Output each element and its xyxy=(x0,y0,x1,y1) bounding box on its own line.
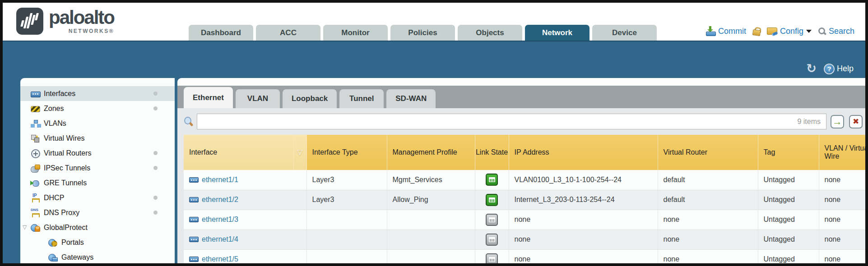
col-header-interface-type[interactable]: Interface Type xyxy=(306,135,387,170)
config-label: Config xyxy=(780,27,803,36)
table-row: ethernet1/5 none none Untagged none xyxy=(184,249,865,263)
interfaces-table: Interface Interface Type Management Prof… xyxy=(184,135,865,263)
cell-ip-address: none xyxy=(509,210,658,229)
ethernet-port-icon xyxy=(189,237,199,242)
panos-window: paloalto NETWORKS® Dashboard ACC Monitor… xyxy=(0,0,868,266)
ipsec-tunnels-icon xyxy=(31,164,40,172)
status-dot xyxy=(153,211,158,215)
interfaces-icon xyxy=(31,90,40,98)
help-button[interactable]: ? Help xyxy=(824,64,854,74)
vlans-icon xyxy=(31,119,40,128)
cell-management-profile: Allow_Ping xyxy=(387,190,475,210)
interface-link[interactable]: ethernet1/4 xyxy=(189,235,302,243)
interface-link[interactable]: ethernet1/1 xyxy=(189,176,302,184)
sidebar-item-globalprotect[interactable]: GlobalProtect xyxy=(20,220,175,235)
cell-virtual-router: default xyxy=(658,190,758,210)
cell-interface-type: Layer3 xyxy=(306,170,387,190)
cell-ip-address: none xyxy=(509,229,658,249)
top-bar: paloalto NETWORKS® Dashboard ACC Monitor… xyxy=(3,3,865,41)
cell-vlan: none xyxy=(819,170,865,190)
dns-proxy-icon xyxy=(31,209,40,217)
brand-name: paloalto xyxy=(49,8,114,28)
dhcp-icon xyxy=(31,194,40,202)
virtual-routers-icon xyxy=(31,149,40,157)
cell-interface-type: Layer3 xyxy=(306,190,387,210)
sidebar-item-gre-tunnels[interactable]: GRE Tunnels xyxy=(20,175,175,190)
sidebar-item-interfaces[interactable]: Interfaces xyxy=(20,86,175,101)
filter-search-icon xyxy=(184,117,193,127)
col-header-tag[interactable]: Tag xyxy=(758,135,819,170)
help-icon: ? xyxy=(824,64,835,74)
ethernet-port-icon xyxy=(189,197,199,202)
cell-management-profile xyxy=(387,229,475,249)
column-menu-button[interactable] xyxy=(293,135,306,170)
sidebar-item-dns-proxy[interactable]: DNS Proxy xyxy=(20,205,175,220)
table-row: ethernet1/3 none none Untagged none xyxy=(184,210,865,229)
interface-link[interactable]: ethernet1/2 xyxy=(189,196,302,204)
sidebar-item-dhcp[interactable]: DHCP xyxy=(20,190,175,205)
sidebar-item-gateways[interactable]: Gateways xyxy=(20,250,175,263)
portals-icon xyxy=(48,238,58,247)
commit-button[interactable]: Commit xyxy=(706,26,746,36)
col-header-management-profile[interactable]: Management Profile xyxy=(387,135,475,170)
cell-virtual-router: none xyxy=(658,229,758,249)
sidebar-item-vlans[interactable]: VLANs xyxy=(20,116,175,131)
subtab-ethernet[interactable]: Ethernet xyxy=(184,87,233,108)
sidebar-item-portals[interactable]: Portals xyxy=(20,235,175,250)
sidebar-item-ipsec-tunnels[interactable]: IPSec Tunnels xyxy=(20,161,175,175)
filter-input[interactable] xyxy=(203,118,797,126)
refresh-icon[interactable] xyxy=(806,63,817,75)
commit-label: Commit xyxy=(718,27,746,36)
cell-interface-type xyxy=(306,210,387,229)
cell-ip-address: none xyxy=(509,249,658,263)
tab-monitor[interactable]: Monitor xyxy=(323,25,388,41)
config-icon xyxy=(767,27,777,35)
expander-triangle-icon[interactable] xyxy=(23,224,27,230)
chevron-down-icon xyxy=(806,30,812,36)
banner-bar: ? Help xyxy=(3,41,865,78)
interface-link[interactable]: ethernet1/3 xyxy=(189,216,302,224)
col-header-vlan-virtual-wire[interactable]: VLAN / Virtual Wire xyxy=(819,135,865,170)
apply-arrow-icon xyxy=(833,117,842,126)
search-button[interactable]: Search xyxy=(818,27,854,36)
link-state-up-icon xyxy=(486,194,498,206)
tab-network[interactable]: Network xyxy=(525,25,589,41)
subtab-vlan[interactable]: VLAN xyxy=(236,89,280,108)
tab-acc[interactable]: ACC xyxy=(256,25,320,41)
ethernet-port-icon xyxy=(189,257,199,262)
cell-virtual-router: none xyxy=(658,249,758,263)
tab-device[interactable]: Device xyxy=(592,25,657,41)
sidebar-item-virtual-wires[interactable]: Virtual Wires xyxy=(20,131,175,146)
cell-management-profile xyxy=(387,210,475,229)
items-count: 9 items xyxy=(797,118,821,126)
search-label: Search xyxy=(829,27,854,36)
col-header-interface[interactable]: Interface xyxy=(184,135,293,170)
lock-icon[interactable] xyxy=(752,26,761,36)
sidebar-item-zones[interactable]: Zones xyxy=(20,101,175,116)
tab-objects[interactable]: Objects xyxy=(458,25,522,41)
tab-dashboard[interactable]: Dashboard xyxy=(189,25,253,41)
sidebar-item-virtual-routers[interactable]: Virtual Routers xyxy=(20,146,175,161)
link-state-down-icon xyxy=(486,234,498,246)
config-menu-button[interactable]: Config xyxy=(767,27,812,36)
interface-link[interactable]: ethernet1/5 xyxy=(189,255,302,263)
tab-policies[interactable]: Policies xyxy=(390,25,455,41)
col-header-link-state[interactable]: Link State xyxy=(475,135,509,170)
table-header-row: Interface Interface Type Management Prof… xyxy=(184,135,865,170)
col-header-virtual-router[interactable]: Virtual Router xyxy=(658,135,758,170)
subtab-tunnel[interactable]: Tunnel xyxy=(339,89,384,108)
subtab-loopback[interactable]: Loopback xyxy=(283,89,337,108)
gateways-icon xyxy=(48,253,58,261)
status-dot xyxy=(153,106,158,110)
cell-vlan: none xyxy=(819,249,865,263)
cell-ip-address: Internet_L3_203-0-113-254--24 xyxy=(509,190,658,210)
cell-tag: Untagged xyxy=(758,170,819,190)
apply-filter-button[interactable] xyxy=(831,115,844,128)
col-header-ip-address[interactable]: IP Address xyxy=(509,135,658,170)
clear-filter-button[interactable] xyxy=(849,115,863,128)
brand-subtitle: NETWORKS® xyxy=(69,28,114,34)
subtab-sdwan[interactable]: SD-WAN xyxy=(386,89,436,108)
clear-filter-icon xyxy=(853,118,859,125)
cell-vlan: none xyxy=(819,229,865,249)
zones-icon xyxy=(31,105,40,113)
